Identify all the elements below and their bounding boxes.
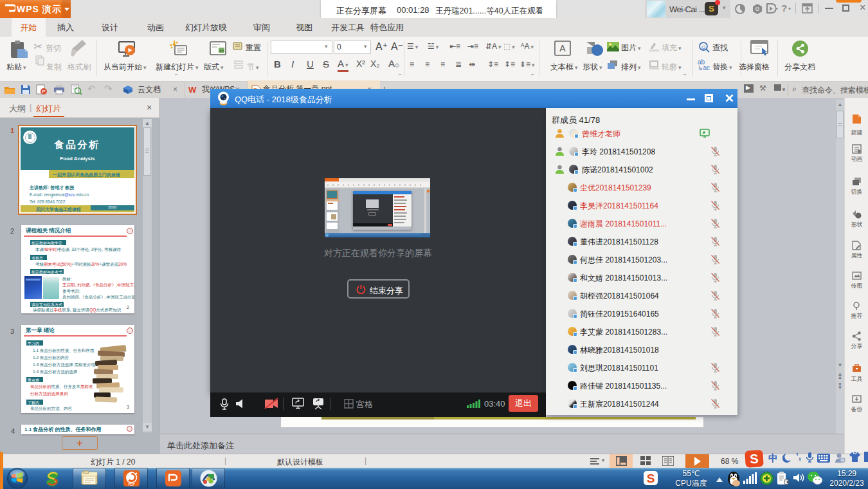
svg-text:P: P <box>42 89 45 95</box>
svg-text:Q: Q <box>701 44 705 50</box>
svg-text:PDF: PDF <box>129 483 135 486</box>
svg-text:A: A <box>559 43 566 53</box>
svg-text:S: S <box>647 472 655 485</box>
svg-text:S: S <box>750 452 759 466</box>
